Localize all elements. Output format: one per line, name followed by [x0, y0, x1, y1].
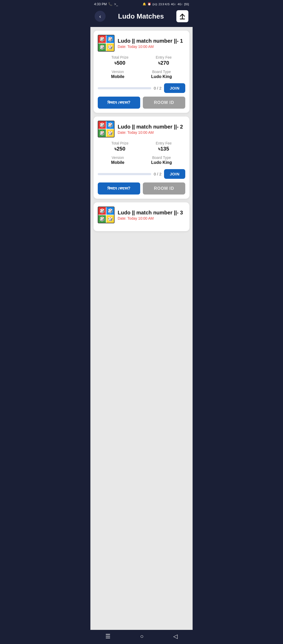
entry-fee-block-2: Entry Fee ৳135 — [156, 141, 172, 152]
upload-button[interactable] — [176, 10, 188, 22]
status-right: 🔔 ⏰ ((•)) 23.9 K/S 4G↑ 4G↑ [55] — [143, 2, 189, 6]
battery-icon: [55] — [184, 3, 189, 6]
match-title-3: Ludo || match number ||- 3 — [118, 209, 183, 216]
match-date-2: Date: Today 10:00 AM — [118, 130, 183, 135]
ludo-cell-yellow-2: 🎲 — [106, 129, 114, 137]
upload-icon — [179, 13, 186, 20]
match-card-3: 🎲 🎲 🎲 🎲 Ludo || match number ||- 3 Date:… — [94, 202, 189, 231]
back-nav-button[interactable]: ◁ — [173, 633, 178, 640]
ludo-icon-2: 🎲 🎲 🎲 🎲 — [98, 121, 115, 137]
ludo-cell-red-2: 🎲 — [98, 121, 106, 129]
how-to-play-button-1[interactable]: কিভাবে খেলবেন? — [98, 97, 140, 109]
ludo-cell-red: 🎲 — [98, 35, 106, 43]
card-title-block-2: Ludo || match number ||- 2 Date: Today 1… — [118, 124, 183, 135]
card-actions-2: কিভাবে খেলবেন? ROOM ID — [98, 182, 185, 195]
entry-fee-value-1: ৳270 — [156, 60, 172, 66]
progress-row-1: 0 / 2 JOIN — [98, 83, 185, 93]
board-type-label-1: Board Type — [151, 70, 172, 74]
card-info-1: Version Mobile Board Type Ludo King — [98, 70, 185, 79]
how-to-play-button-2[interactable]: কিভাবে খেলবেন? — [98, 182, 140, 195]
match-date-1: Date: Today 10:00 AM — [118, 45, 183, 49]
room-id-button-1[interactable]: ROOM ID — [143, 97, 185, 109]
entry-fee-label-2: Entry Fee — [156, 141, 172, 145]
board-type-block-1: Board Type Ludo King — [151, 70, 172, 79]
content-area: 🎲 🎲 🎲 🎲 Ludo || match number ||- 1 Date:… — [90, 27, 193, 630]
back-button[interactable]: ‹ — [95, 11, 106, 22]
ludo-cell-green-2: 🎲 — [98, 129, 106, 137]
ludo-cell-red-3: 🎲 — [98, 207, 106, 215]
total-prize-value-1: ৳500 — [111, 60, 128, 66]
room-id-button-2[interactable]: ROOM ID — [143, 182, 185, 195]
signal-4g2-icon: 4G↑ — [177, 3, 183, 6]
home-icon: ○ — [140, 633, 144, 640]
card-info-2: Version Mobile Board Type Ludo King — [98, 156, 185, 165]
board-type-value-1: Ludo King — [151, 74, 172, 79]
signal-4g-icon: 4G↑ — [171, 3, 176, 6]
version-value-2: Mobile — [111, 160, 124, 165]
version-block-1: Version Mobile — [111, 70, 124, 79]
ludo-cell-blue-3: 🎲 — [106, 207, 114, 215]
page-title: Ludo Matches — [118, 12, 164, 20]
total-prize-label-1: Total Prize — [111, 55, 128, 59]
match-date-3: Date: Today 10:00 AM — [118, 216, 183, 220]
app-header: ‹ Ludo Matches — [90, 7, 193, 27]
total-prize-label-2: Total Prize — [111, 141, 128, 145]
ludo-icon-3: 🎲 🎲 🎲 🎲 — [98, 207, 115, 223]
ludo-cell-blue: 🎲 — [106, 35, 114, 43]
version-label-1: Version — [111, 70, 124, 74]
total-prize-block-2: Total Prize ৳250 — [111, 141, 128, 152]
menu-nav-button[interactable]: ☰ — [105, 633, 111, 640]
entry-fee-value-2: ৳135 — [156, 146, 172, 152]
bell-icon: 🔔 — [143, 2, 146, 6]
time-display: 4:33 PM — [94, 2, 107, 6]
board-type-block-2: Board Type Ludo King — [151, 156, 172, 165]
ludo-cell-green-3: 🎲 — [98, 215, 106, 223]
card-actions-1: কিভাবে খেলবেন? ROOM ID — [98, 97, 185, 109]
card-header-3: 🎲 🎲 🎲 🎲 Ludo || match number ||- 3 Date:… — [98, 207, 185, 223]
board-type-label-2: Board Type — [151, 156, 172, 160]
progress-bar-1 — [98, 87, 151, 89]
total-prize-block-1: Total Prize ৳500 — [111, 55, 128, 66]
status-bar: 4:33 PM 📞 >_ 🔔 ⏰ ((•)) 23.9 K/S 4G↑ 4G↑ … — [90, 0, 193, 7]
match-card-1: 🎲 🎲 🎲 🎲 Ludo || match number ||- 1 Date:… — [94, 31, 189, 113]
speed-label: 23.9 K/S — [159, 3, 170, 6]
status-left: 4:33 PM 📞 >_ — [94, 2, 118, 6]
card-stats-1: Total Prize ৳500 Entry Fee ৳270 — [98, 55, 185, 66]
bottom-navigation: ☰ ○ ◁ — [90, 630, 193, 644]
match-card-2: 🎲 🎲 🎲 🎲 Ludo || match number ||- 2 Date:… — [94, 116, 189, 199]
back-nav-icon: ◁ — [173, 633, 178, 640]
match-title-2: Ludo || match number ||- 2 — [118, 124, 183, 130]
entry-fee-block-1: Entry Fee ৳270 — [156, 55, 172, 66]
terminal-icon: >_ — [114, 2, 118, 6]
phone-icon: 📞 — [108, 2, 112, 6]
menu-icon: ☰ — [105, 633, 111, 640]
card-header-2: 🎲 🎲 🎲 🎲 Ludo || match number ||- 2 Date:… — [98, 121, 185, 137]
total-prize-value-2: ৳250 — [111, 146, 128, 152]
version-value-1: Mobile — [111, 74, 124, 79]
ludo-cell-green: 🎲 — [98, 43, 106, 51]
version-label-2: Version — [111, 156, 124, 160]
match-title-1: Ludo || match number ||- 1 — [118, 38, 183, 44]
card-stats-2: Total Prize ৳250 Entry Fee ৳135 — [98, 141, 185, 152]
card-header-1: 🎲 🎲 🎲 🎲 Ludo || match number ||- 1 Date:… — [98, 35, 185, 52]
progress-bar-2 — [98, 173, 151, 175]
card-title-block-1: Ludo || match number ||- 1 Date: Today 1… — [118, 38, 183, 49]
join-button-2[interactable]: JOIN — [164, 169, 185, 179]
progress-text-1: 0 / 2 — [154, 86, 161, 90]
home-nav-button[interactable]: ○ — [140, 633, 144, 640]
ludo-cell-yellow: 🎲 — [106, 43, 114, 51]
version-block-2: Version Mobile — [111, 156, 124, 165]
join-button-1[interactable]: JOIN — [164, 83, 185, 93]
board-type-value-2: Ludo King — [151, 160, 172, 165]
alarm-icon: ⏰ — [148, 2, 151, 6]
card-title-block-3: Ludo || match number ||- 3 Date: Today 1… — [118, 209, 183, 220]
wifi-ring-icon: ((•)) — [153, 3, 157, 6]
ludo-cell-yellow-3: 🎲 — [106, 215, 114, 223]
entry-fee-label-1: Entry Fee — [156, 55, 172, 59]
progress-row-2: 0 / 2 JOIN — [98, 169, 185, 179]
ludo-cell-blue-2: 🎲 — [106, 121, 114, 129]
ludo-icon-1: 🎲 🎲 🎲 🎲 — [98, 35, 115, 52]
progress-text-2: 0 / 2 — [154, 172, 161, 176]
